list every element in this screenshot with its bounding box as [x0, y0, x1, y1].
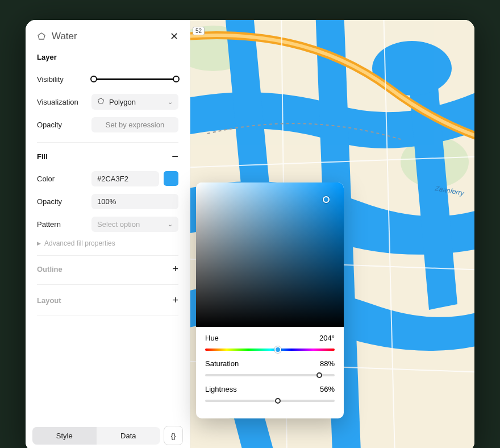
expand-icon: + — [172, 295, 178, 305]
section-fill-header[interactable]: Fill − — [37, 151, 178, 162]
fill-opacity-input[interactable]: 100% — [91, 194, 178, 209]
saturation-value: 88% — [320, 359, 335, 368]
chevron-down-icon: ⌄ — [168, 98, 173, 106]
section-layout-header[interactable]: Layout + — [37, 295, 178, 305]
visualization-value: Polygon — [109, 98, 136, 106]
advanced-fill-toggle[interactable]: ▶ Advanced fill properties — [37, 239, 178, 247]
close-icon[interactable]: ✕ — [170, 30, 178, 43]
hue-slider[interactable] — [205, 346, 335, 354]
bottom-tabs: Style Data {} — [26, 419, 190, 448]
panel-header: Water ✕ — [37, 30, 178, 43]
divider — [37, 316, 178, 316]
section-layer-title: Layer — [37, 53, 178, 61]
fill-color-input[interactable]: #2CA3F2 — [91, 171, 159, 186]
style-panel: Water ✕ Layer Visibility Visualization — [26, 20, 190, 448]
saturation-slider[interactable] — [205, 371, 335, 379]
lightness-label: Lightness — [205, 385, 237, 393]
expand-icon: + — [172, 264, 178, 274]
section-fill-title: Fill — [37, 152, 48, 161]
section-layout-title: Layout — [37, 296, 61, 305]
tab-data[interactable]: Data — [97, 427, 161, 445]
lightness-slider[interactable] — [205, 397, 335, 405]
advanced-fill-label: Advanced fill properties — [44, 239, 115, 247]
fill-color-swatch[interactable] — [164, 171, 178, 186]
visualization-label: Visualization — [37, 98, 91, 106]
panel-title: Water — [52, 31, 164, 42]
sv-cursor[interactable] — [323, 196, 330, 203]
saturation-label: Saturation — [205, 359, 239, 368]
fill-pattern-placeholder: Select option — [97, 220, 140, 229]
polygon-icon — [37, 32, 46, 41]
collapse-icon: − — [172, 151, 178, 162]
divider — [37, 284, 178, 285]
chevron-down-icon: ⌄ — [168, 221, 173, 228]
polygon-icon — [97, 97, 105, 106]
layer-opacity-label: Opacity — [37, 121, 91, 129]
section-outline-title: Outline — [37, 265, 63, 273]
visualization-select[interactable]: Polygon ⌄ — [91, 94, 178, 110]
sv-field[interactable] — [196, 182, 344, 327]
divider — [37, 142, 178, 143]
lightness-value: 56% — [320, 385, 335, 393]
map-shield-badge: 52 — [193, 27, 205, 35]
color-picker-popover: Hue 204° Saturation 88% Lightness 56% — [196, 182, 344, 418]
hue-value: 204° — [319, 334, 335, 342]
code-view-button[interactable]: {} — [164, 426, 183, 445]
visibility-range-slider[interactable] — [91, 75, 178, 83]
section-outline-header[interactable]: Outline + — [37, 264, 178, 274]
tab-style[interactable]: Style — [32, 427, 97, 445]
fill-color-label: Color — [37, 175, 91, 183]
fill-pattern-label: Pattern — [37, 220, 91, 229]
hue-label: Hue — [205, 334, 219, 342]
fill-pattern-select[interactable]: Select option ⌄ — [91, 217, 178, 232]
divider — [37, 255, 178, 256]
caret-right-icon: ▶ — [37, 240, 41, 246]
opacity-expression-button[interactable]: Set by expression — [91, 117, 178, 132]
visibility-label: Visibility — [37, 75, 91, 84]
fill-opacity-label: Opacity — [37, 197, 91, 206]
